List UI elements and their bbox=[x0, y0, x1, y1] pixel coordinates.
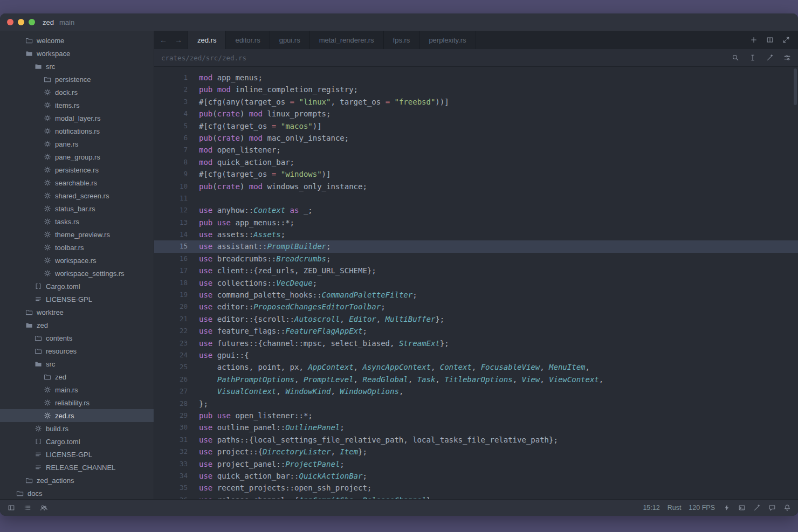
lines-icon bbox=[34, 295, 42, 303]
tree-item-main.rs[interactable]: main.rs bbox=[0, 383, 154, 396]
terminal-icon bbox=[738, 504, 746, 512]
scrollbar-thumb[interactable] bbox=[794, 68, 797, 105]
toml-icon bbox=[34, 438, 42, 446]
project-panel-button[interactable] bbox=[7, 504, 15, 512]
project-name[interactable]: zed bbox=[43, 18, 54, 26]
tab-fps.rs[interactable]: fps.rs bbox=[384, 31, 420, 49]
code-text: use feature_flags::FeatureFlagAppExt; bbox=[188, 325, 367, 337]
tree-item-Cargo.toml[interactable]: Cargo.toml bbox=[0, 435, 154, 448]
tree-item-shared_screen.rs[interactable]: shared_screen.rs bbox=[0, 189, 154, 202]
tree-item-label: main.rs bbox=[55, 386, 78, 394]
chat-panel-button[interactable] bbox=[768, 504, 776, 512]
line-number: 12 bbox=[154, 204, 188, 216]
tree-item-persistence[interactable]: persistence bbox=[0, 73, 154, 86]
edit-prediction-button[interactable] bbox=[723, 504, 731, 512]
rust-icon bbox=[43, 179, 51, 187]
code-text: #[cfg(target_os = "windows")] bbox=[188, 168, 331, 180]
editor-controls-button[interactable] bbox=[783, 54, 791, 62]
terminal-panel-button[interactable] bbox=[738, 504, 746, 512]
tree-item-docs[interactable]: docs bbox=[0, 487, 154, 499]
minimize-button[interactable] bbox=[18, 19, 24, 25]
code-line: 19use command_palette_hooks::CommandPale… bbox=[154, 289, 798, 301]
line-number: 6 bbox=[154, 132, 188, 144]
tree-item-persistence.rs[interactable]: persistence.rs bbox=[0, 163, 154, 176]
tree-item-workspace_settings.rs[interactable]: workspace_settings.rs bbox=[0, 267, 154, 280]
tree-item-welcome[interactable]: welcome bbox=[0, 34, 154, 47]
line-number: 28 bbox=[154, 398, 188, 410]
line-number: 36 bbox=[154, 494, 188, 499]
navigate-back-button[interactable]: ← bbox=[159, 36, 168, 44]
tree-item-zed[interactable]: zed bbox=[0, 370, 154, 383]
tree-item-worktree[interactable]: worktree bbox=[0, 306, 154, 319]
navigate-forward-button[interactable]: → bbox=[174, 36, 183, 44]
tree-item-LICENSE-GPL[interactable]: LICENSE-GPL bbox=[0, 448, 154, 461]
tree-item-resources[interactable]: resources bbox=[0, 344, 154, 357]
folder-open-icon bbox=[34, 63, 42, 71]
line-number: 29 bbox=[154, 410, 188, 422]
language-indicator[interactable]: Rust bbox=[668, 504, 682, 512]
tree-item-reliability.rs[interactable]: reliability.rs bbox=[0, 396, 154, 409]
tree-item-pane.rs[interactable]: pane.rs bbox=[0, 137, 154, 150]
tree-item-build.rs[interactable]: build.rs bbox=[0, 422, 154, 435]
tree-item-tasks.rs[interactable]: tasks.rs bbox=[0, 215, 154, 228]
tree-item-notifications.rs[interactable]: notifications.rs bbox=[0, 125, 154, 137]
tab-metal_renderer.rs[interactable]: metal_renderer.rs bbox=[310, 31, 384, 49]
tree-item-Cargo.toml[interactable]: Cargo.toml bbox=[0, 280, 154, 293]
outline-panel-button[interactable] bbox=[23, 504, 31, 512]
inline-assist-button[interactable] bbox=[766, 54, 774, 62]
tree-item-searchable.rs[interactable]: searchable.rs bbox=[0, 176, 154, 189]
tree-item-zed_actions[interactable]: zed_actions bbox=[0, 474, 154, 487]
plus-icon bbox=[750, 36, 758, 44]
code-text: use command_palette_hooks::CommandPalett… bbox=[188, 289, 417, 301]
editor[interactable]: 1mod app_menus;2pub mod inline_completio… bbox=[154, 67, 798, 499]
buffer-search-button[interactable] bbox=[731, 54, 739, 62]
editor-scrollbar[interactable] bbox=[793, 67, 798, 499]
toolbar-icons bbox=[731, 54, 791, 62]
new-tab-button[interactable] bbox=[749, 36, 758, 44]
notification-panel-button[interactable] bbox=[783, 504, 791, 512]
wand-icon bbox=[766, 54, 774, 61]
status-bar: 15:12 Rust 120 FPS bbox=[0, 499, 798, 516]
tree-item-theme_preview.rs[interactable]: theme_preview.rs bbox=[0, 228, 154, 241]
code-text bbox=[188, 192, 203, 204]
tree-item-workspace[interactable]: workspace bbox=[0, 47, 154, 60]
folder-open-icon bbox=[34, 360, 42, 368]
breadcrumb[interactable]: crates/zed/src/zed.rs bbox=[161, 54, 246, 62]
collab-panel-button[interactable] bbox=[39, 504, 47, 512]
tree-item-contents[interactable]: contents bbox=[0, 331, 154, 344]
close-button[interactable] bbox=[7, 19, 13, 25]
tree-item-dock.rs[interactable]: dock.rs bbox=[0, 86, 154, 99]
tab-label: editor.rs bbox=[235, 36, 260, 44]
tree-item-RELEASE_CHANNEL[interactable]: RELEASE_CHANNEL bbox=[0, 461, 154, 474]
code-line: 34use quick_action_bar::QuickActionBar; bbox=[154, 470, 798, 482]
tab-zed.rs[interactable]: zed.rs bbox=[188, 31, 226, 49]
code-line: 5#[cfg(target_os = "macos")] bbox=[154, 120, 798, 132]
tree-item-src[interactable]: src bbox=[0, 60, 154, 73]
branch-name[interactable]: main bbox=[59, 18, 74, 26]
tab-editor.rs[interactable]: editor.rs bbox=[226, 31, 270, 49]
tree-item-zed.rs[interactable]: zed.rs bbox=[0, 409, 154, 422]
tree-item-label: docs bbox=[27, 489, 42, 498]
tree-item-workspace.rs[interactable]: workspace.rs bbox=[0, 254, 154, 267]
tree-item-pane_group.rs[interactable]: pane_group.rs bbox=[0, 150, 154, 163]
selection-mode-button[interactable] bbox=[748, 54, 756, 62]
tab-gpui.rs[interactable]: gpui.rs bbox=[270, 31, 310, 49]
code-line: 15use assistant::PromptBuilder; bbox=[154, 240, 798, 252]
tab-perplexity.rs[interactable]: perplexity.rs bbox=[419, 31, 476, 49]
zoom-button[interactable] bbox=[29, 19, 35, 25]
tab-bar: ← → zed.rseditor.rsgpui.rsmetal_renderer… bbox=[154, 31, 798, 49]
tree-item-LICENSE-GPL[interactable]: LICENSE-GPL bbox=[0, 293, 154, 306]
tree-item-modal_layer.rs[interactable]: modal_layer.rs bbox=[0, 112, 154, 125]
assistant-panel-button[interactable] bbox=[753, 504, 761, 512]
tree-item-src[interactable]: src bbox=[0, 357, 154, 370]
tree-item-items.rs[interactable]: items.rs bbox=[0, 99, 154, 112]
rust-icon bbox=[43, 101, 51, 109]
expand-editor-button[interactable] bbox=[782, 36, 790, 44]
tree-item-label: src bbox=[46, 360, 55, 368]
tree-item-toolbar.rs[interactable]: toolbar.rs bbox=[0, 241, 154, 254]
tree-item-zed[interactable]: zed bbox=[0, 319, 154, 331]
tree-item-status_bar.rs[interactable]: status_bar.rs bbox=[0, 202, 154, 215]
split-editor-button[interactable] bbox=[766, 36, 774, 44]
code-line: 14use assets::Assets; bbox=[154, 229, 798, 240]
code-text: actions, point, px, AppContext, AsyncApp… bbox=[188, 361, 590, 373]
